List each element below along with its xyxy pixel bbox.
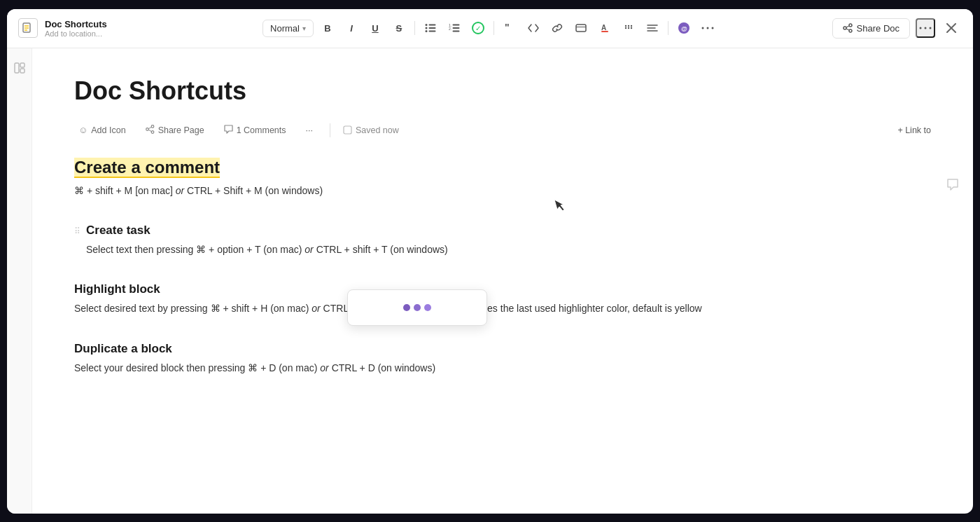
svg-point-25 [631, 27, 632, 29]
action-bar: ☺ Add Icon Sh [74, 123, 931, 138]
svg-point-22 [631, 25, 632, 27]
svg-point-48 [146, 128, 148, 130]
svg-line-37 [846, 26, 849, 27]
share-icon [146, 125, 155, 136]
section-create-task: ⠿ Create task Select text then pressing … [74, 224, 931, 257]
svg-rect-19 [601, 31, 608, 32]
share-page-action[interactable]: Share Page [141, 123, 209, 138]
doc-title-group: Doc Shortcuts Add to location... [45, 19, 107, 38]
svg-point-36 [849, 29, 852, 32]
section-title-duplicate-block: Duplicate a block [74, 342, 931, 356]
link-button[interactable] [547, 18, 567, 38]
svg-point-34 [849, 24, 852, 27]
check-circle-icon: ✓ [472, 22, 484, 34]
right-comment-icon[interactable] [946, 178, 959, 194]
section-highlight-block: Highlight block Select desired text by p… [74, 282, 931, 316]
svg-rect-12 [452, 25, 459, 26]
align-button[interactable] [643, 18, 662, 38]
document-modal: Doc Shortcuts Add to location... Normal … [7, 9, 973, 514]
quote-button[interactable]: " [500, 18, 519, 38]
comment-popup[interactable] [347, 289, 487, 326]
doc-modal-subtitle: Add to location... [45, 29, 107, 38]
emoji-icon: ☺ [78, 125, 88, 135]
content-area: Doc Shortcuts ☺ Add Icon [32, 48, 973, 514]
svg-point-21 [628, 25, 629, 27]
svg-rect-14 [452, 31, 459, 32]
svg-point-49 [151, 130, 154, 133]
svg-point-39 [920, 27, 922, 29]
topbar-left: Doc Shortcuts Add to location... [18, 18, 158, 38]
svg-rect-9 [428, 31, 435, 32]
underline-button[interactable]: U [365, 18, 385, 38]
svg-line-50 [148, 127, 151, 128]
svg-rect-44 [15, 63, 19, 73]
svg-point-31 [701, 27, 704, 29]
more-options-button[interactable] [698, 18, 718, 38]
italic-button[interactable]: I [342, 18, 361, 38]
numbered-list-button[interactable]: 1. 2. [444, 18, 464, 38]
comments-action[interactable]: 1 Comments [220, 123, 290, 138]
link-to-action[interactable]: + Link to [897, 125, 931, 135]
grid-button[interactable] [619, 18, 638, 38]
section-title-create-task: Create task [86, 224, 448, 238]
comment-icon [224, 125, 233, 136]
comments-label: 1 Comments [237, 125, 286, 135]
svg-line-38 [846, 29, 849, 30]
topbar-more-button[interactable] [916, 18, 935, 38]
todo-button[interactable]: ✓ [468, 18, 488, 38]
action-more-label: ··· [306, 125, 313, 135]
drag-handle-icon[interactable]: ⠿ [74, 224, 80, 236]
text-color-button[interactable]: A [595, 18, 615, 38]
format-dropdown[interactable]: Normal ▾ [262, 20, 314, 37]
svg-line-51 [148, 130, 151, 131]
section-duplicate-block: Duplicate a block Select your desired bl… [74, 342, 931, 376]
bold-button[interactable]: B [318, 18, 337, 38]
topbar-center: Normal ▾ B I U S [158, 18, 822, 38]
svg-point-35 [844, 27, 846, 29]
strikethrough-button[interactable]: S [389, 18, 409, 38]
svg-rect-46 [20, 69, 24, 73]
svg-rect-45 [20, 63, 24, 67]
share-page-label: Share Page [158, 125, 204, 135]
svg-point-47 [151, 125, 154, 128]
svg-point-20 [625, 25, 626, 27]
section-title-highlight-block: Highlight block [74, 282, 931, 296]
svg-point-24 [628, 27, 629, 29]
modal-overlay: Doc Shortcuts Add to location... Normal … [0, 0, 980, 522]
main-area: Doc Shortcuts ☺ Add Icon [7, 48, 973, 514]
svg-point-32 [706, 27, 708, 29]
svg-rect-13 [452, 27, 459, 29]
add-icon-action[interactable]: ☺ Add Icon [74, 123, 130, 137]
svg-point-41 [930, 27, 932, 29]
close-button[interactable] [941, 18, 962, 39]
section-create-comment: Create a comment ⌘ + shift + M [on mac] … [74, 158, 931, 198]
cursor-indicator [554, 199, 565, 217]
svg-text:": " [505, 23, 510, 33]
section-title-highlight: Create a comment [74, 158, 220, 178]
doc-icon [18, 18, 38, 38]
bullet-list-button[interactable] [421, 18, 440, 38]
section-text-create-task: Select text then pressing ⌘ + option + T… [86, 242, 448, 257]
svg-point-5 [425, 27, 427, 29]
embed-button[interactable] [571, 18, 591, 38]
svg-rect-16 [576, 25, 586, 32]
comment-dot-3 [424, 304, 431, 311]
action-more[interactable]: ··· [302, 123, 317, 137]
svg-rect-52 [344, 126, 351, 134]
svg-text:2.: 2. [449, 27, 451, 31]
share-doc-button[interactable]: Share Doc [832, 18, 910, 39]
doc-modal-title: Doc Shortcuts [45, 19, 107, 29]
comment-dots [403, 304, 431, 311]
saved-label: Saved now [356, 125, 399, 135]
svg-rect-7 [428, 25, 435, 26]
svg-text:@: @ [681, 25, 687, 32]
svg-point-40 [925, 27, 927, 29]
topbar-right: Share Doc [822, 18, 962, 39]
code-button[interactable] [524, 18, 543, 38]
sidebar [7, 48, 32, 514]
mention-button[interactable]: @ [674, 18, 694, 38]
toolbar-separator-2 [493, 21, 494, 35]
link-to-label: + Link to [897, 125, 931, 135]
svg-point-6 [425, 30, 427, 32]
sidebar-panel-icon[interactable] [11, 60, 28, 76]
